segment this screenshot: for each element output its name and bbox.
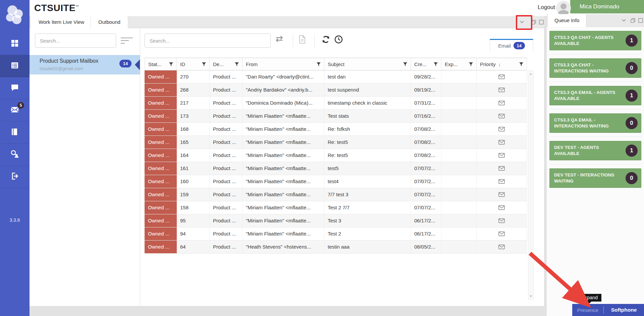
presence-button[interactable]: Presence <box>572 304 603 316</box>
id-cell: 217 <box>177 97 210 109</box>
table-row[interactable]: Owned ... 159 Product ... "Miriam Flaatt… <box>145 188 527 201</box>
queue-card[interactable]: CTS3.3 QA CHAT - AGENTS AVAILABLE 1 <box>549 31 641 50</box>
table-row[interactable]: Owned ... 165 Product ... "Miriam Flaatt… <box>145 136 527 149</box>
queue-card-row: DEV TEST - INTERACTIONS WAITING 0 <box>549 164 641 192</box>
mailbox-search-input[interactable] <box>35 34 116 48</box>
column-header-subject[interactable]: Subject <box>324 58 411 70</box>
column-header-expires[interactable]: Exp... <box>441 58 477 70</box>
scroll-down-icon[interactable]: ▼ <box>528 295 533 298</box>
column-header-from[interactable]: From <box>243 58 324 70</box>
list-filter-icon[interactable] <box>121 38 133 46</box>
table-row[interactable]: Owned ... 268 Product ... "Andriy Bardak… <box>145 84 527 97</box>
column-header-created[interactable]: Cre... <box>411 58 441 70</box>
clock-icon[interactable] <box>334 35 343 45</box>
id-cell: 270 <box>177 70 210 83</box>
tab-queue-info[interactable]: Queue Info <box>547 14 586 27</box>
filter-funnel-icon <box>434 62 438 66</box>
queue-card[interactable]: DEV TEST - AGENTS AVAILABLE 1 <box>549 141 641 160</box>
priority-cell <box>477 123 527 136</box>
brand-logo: CTSUITE™ <box>34 3 79 13</box>
id-cell: 159 <box>177 188 210 201</box>
sidebar-item-dashboard[interactable] <box>0 33 30 55</box>
status-cell: Owned ... <box>145 188 177 201</box>
department-cell: Product ... <box>210 110 243 122</box>
table-row[interactable]: Owned ... 164 Product ... "Miriam Flaatt… <box>145 149 527 162</box>
column-header-department[interactable]: De... <box>210 58 243 70</box>
queue-card[interactable]: DEV TEST - INTERACTIONS WAITING 0 <box>549 168 641 188</box>
queue-maximize-window-icon[interactable] <box>638 17 644 25</box>
column-header-status[interactable]: Stat... <box>145 58 177 70</box>
envelope-icon <box>498 192 505 197</box>
priority-cell <box>477 149 527 162</box>
logout-button[interactable]: Logout <box>538 4 555 11</box>
table-row[interactable]: Owned ... 270 Product ... "Dan Roarty" <… <box>145 70 527 84</box>
filter-funnel-icon <box>202 62 206 66</box>
expires-cell <box>441 70 477 83</box>
filter-funnel-icon <box>235 62 239 66</box>
queue-card[interactable]: CTS3.3 QA CHAT - INTERACTIONS WAITING 0 <box>549 58 641 78</box>
filter-funnel-icon <box>469 62 473 66</box>
tab-work-item-live-view[interactable]: Work Item Live View <box>30 16 93 28</box>
refresh-icon[interactable] <box>321 35 330 45</box>
maximize-window-icon[interactable] <box>538 19 544 25</box>
status-cell: Owned ... <box>145 241 177 253</box>
annotation-highlight-box <box>516 15 532 30</box>
subject-cell: Test 3 <box>324 214 411 227</box>
id-cell: 173 <box>177 110 210 122</box>
queue-card[interactable]: CTS3.3 QA EMAIL - AGENTS AVAILABLE 1 <box>549 86 641 105</box>
created-cell: 07/16/2... <box>411 110 441 122</box>
column-header-priority[interactable]: Priority↓ <box>477 58 527 70</box>
column-header-id[interactable]: ID <box>177 58 210 70</box>
queue-card-count-badge: 1 <box>626 145 638 157</box>
vertical-scrollbar[interactable]: ▲ ▼ <box>528 70 534 300</box>
queue-card[interactable]: CTS3.3 QA EMAIL - INTERACTIONS WAITING 0 <box>549 113 641 133</box>
queue-restore-window-icon[interactable] <box>630 17 636 25</box>
tab-outbound[interactable]: Outbound <box>91 16 128 28</box>
queue-card-row: CTS3.3 QA EMAIL - INTERACTIONS WAITING 0 <box>549 109 641 137</box>
queue-tabstrip: Queue Info <box>547 14 644 27</box>
user-avatar[interactable] <box>556 1 571 15</box>
transfer-icon[interactable]: ⇄ <box>276 32 283 45</box>
department-cell: Product ... <box>210 201 243 214</box>
table-row[interactable]: Owned ... 161 Product ... "Miriam Flaatt… <box>145 162 527 175</box>
status-cell: Owned ... <box>145 110 177 122</box>
envelope-icon <box>498 166 505 171</box>
envelope-icon <box>498 140 505 145</box>
email-tab-badge: 14 <box>514 42 525 49</box>
table-row[interactable]: Owned ... 168 Product ... "Miriam Flaatt… <box>145 123 527 136</box>
from-cell: "Dominica Dominado (Mica)... <box>243 97 324 109</box>
expires-cell <box>441 241 477 253</box>
table-row[interactable]: Owned ... 158 Product ... "Miriam Flaatt… <box>145 201 527 214</box>
sidebar-item-work-items[interactable] <box>0 55 30 77</box>
sidebar-item-chat[interactable] <box>0 77 30 99</box>
softphone-button[interactable]: Softphone <box>604 304 644 316</box>
sidebar-item-logout-exit[interactable] <box>0 166 30 188</box>
work-item-panel: ⇄ Email 14 Stat... ID De... From Subject… <box>140 28 544 306</box>
queue-card-label: DEV TEST - AGENTS AVAILABLE <box>554 145 623 156</box>
document-icon[interactable] <box>299 35 306 45</box>
sidebar-item-email[interactable]: 5 <box>0 99 30 121</box>
table-row[interactable]: Owned ... 95 Product ... "Miriam Flaatte… <box>145 214 527 227</box>
department-cell: Product ... <box>210 84 243 96</box>
table-row[interactable]: Owned ... 173 Product ... "Miriam Flaatt… <box>145 110 527 123</box>
tab-email[interactable]: Email 14 <box>490 39 533 51</box>
table-row[interactable]: Owned ... 160 Product ... "Miriam Flaatt… <box>145 175 527 188</box>
queue-collapse-chevron-icon[interactable] <box>621 17 627 25</box>
sort-desc-icon: ↓ <box>498 61 501 67</box>
table-row[interactable]: Owned ... 217 Product ... "Dominica Domi… <box>145 97 527 110</box>
table-header: Stat... ID De... From Subject Cre... Exp… <box>145 58 527 70</box>
sidebar-item-contact-search[interactable] <box>0 144 30 166</box>
table-row[interactable]: Owned ... 64 Product ... "Heath Stevens"… <box>145 241 527 254</box>
person-search-icon <box>10 149 19 160</box>
user-name-chip[interactable]: Mica Dominado <box>570 0 644 13</box>
scroll-up-icon[interactable]: ▲ <box>528 72 533 75</box>
sidebar-item-directory[interactable] <box>0 121 30 144</box>
department-cell: Product ... <box>210 162 243 175</box>
subject-cell: Test 2 7/7 <box>324 201 411 214</box>
subject-cell: Re: fsfksh <box>324 123 411 136</box>
top-bar: CTSUITE™ Logout Mica Dominado <box>30 0 644 16</box>
id-cell: 164 <box>177 149 210 162</box>
mailbox-list-item[interactable]: Product Support Mailbox ctsuite02@gmail.… <box>30 55 140 74</box>
work-item-search-input[interactable] <box>145 34 271 48</box>
table-row[interactable]: Owned ... 94 Product ... "Miriam Flaatte… <box>145 227 527 241</box>
